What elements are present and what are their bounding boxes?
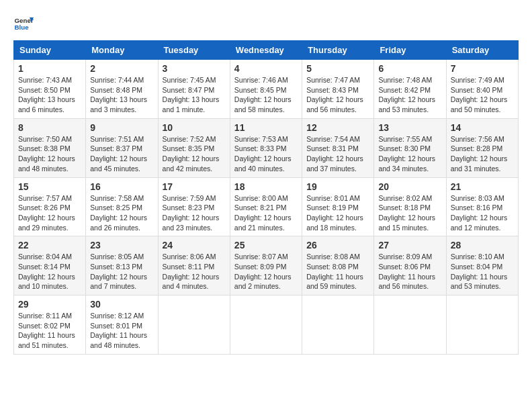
calendar-week-row: 8Sunrise: 7:50 AMSunset: 8:38 PMDaylight… xyxy=(14,118,519,177)
day-number: 4 xyxy=(234,63,298,74)
day-number: 29 xyxy=(18,299,81,310)
calendar-cell: 25Sunrise: 8:07 AMSunset: 8:09 PMDayligh… xyxy=(230,236,302,295)
day-number: 27 xyxy=(378,240,441,250)
day-info: Sunrise: 7:56 AMSunset: 8:28 PMDaylight:… xyxy=(451,134,514,174)
day-info: Sunrise: 7:44 AMSunset: 8:48 PMDaylight:… xyxy=(90,75,153,115)
day-info: Sunrise: 7:48 AMSunset: 8:42 PMDaylight:… xyxy=(378,75,441,115)
day-info: Sunrise: 8:11 AMSunset: 8:02 PMDaylight:… xyxy=(18,311,81,351)
day-info: Sunrise: 7:53 AMSunset: 8:33 PMDaylight:… xyxy=(234,134,298,174)
calendar-header-row: SundayMondayTuesdayWednesdayThursdayFrid… xyxy=(14,41,519,60)
day-number: 16 xyxy=(90,181,153,192)
day-number: 9 xyxy=(90,122,153,133)
calendar-cell: 21Sunrise: 8:03 AMSunset: 8:16 PMDayligh… xyxy=(446,177,518,236)
day-number: 22 xyxy=(18,240,81,250)
calendar-cell: 18Sunrise: 8:00 AMSunset: 8:21 PMDayligh… xyxy=(230,177,302,236)
calendar-cell xyxy=(302,295,374,355)
calendar-cell: 15Sunrise: 7:57 AMSunset: 8:26 PMDayligh… xyxy=(14,177,86,236)
calendar-cell: 12Sunrise: 7:54 AMSunset: 8:31 PMDayligh… xyxy=(302,118,374,177)
calendar-cell: 7Sunrise: 7:49 AMSunset: 8:40 PMDaylight… xyxy=(446,60,518,119)
day-number: 25 xyxy=(234,240,298,250)
calendar-week-row: 29Sunrise: 8:11 AMSunset: 8:02 PMDayligh… xyxy=(14,295,519,355)
calendar-cell: 17Sunrise: 7:59 AMSunset: 8:23 PMDayligh… xyxy=(158,177,230,236)
calendar-cell: 4Sunrise: 7:46 AMSunset: 8:45 PMDaylight… xyxy=(230,60,302,119)
day-number: 15 xyxy=(18,181,81,192)
day-info: Sunrise: 8:02 AMSunset: 8:18 PMDaylight:… xyxy=(378,193,441,233)
day-number: 7 xyxy=(451,63,514,74)
column-header-friday: Friday xyxy=(374,41,446,60)
calendar-cell: 8Sunrise: 7:50 AMSunset: 8:38 PMDaylight… xyxy=(14,118,86,177)
calendar-cell: 26Sunrise: 8:08 AMSunset: 8:08 PMDayligh… xyxy=(302,236,374,295)
calendar-cell: 2Sunrise: 7:44 AMSunset: 8:48 PMDaylight… xyxy=(86,60,158,119)
svg-text:Blue: Blue xyxy=(15,24,30,31)
calendar-cell: 22Sunrise: 8:04 AMSunset: 8:14 PMDayligh… xyxy=(14,236,86,295)
calendar-cell: 6Sunrise: 7:48 AMSunset: 8:42 PMDaylight… xyxy=(374,60,446,119)
day-info: Sunrise: 7:58 AMSunset: 8:25 PMDaylight:… xyxy=(90,193,153,233)
calendar-week-row: 1Sunrise: 7:43 AMSunset: 8:50 PMDaylight… xyxy=(14,60,519,119)
day-number: 14 xyxy=(451,122,514,133)
day-info: Sunrise: 7:55 AMSunset: 8:30 PMDaylight:… xyxy=(378,134,441,174)
column-header-tuesday: Tuesday xyxy=(158,41,230,60)
day-number: 8 xyxy=(18,122,81,133)
day-number: 13 xyxy=(378,122,441,133)
calendar-cell: 24Sunrise: 8:06 AMSunset: 8:11 PMDayligh… xyxy=(158,236,230,295)
calendar-cell: 9Sunrise: 7:51 AMSunset: 8:37 PMDaylight… xyxy=(86,118,158,177)
day-info: Sunrise: 8:12 AMSunset: 8:01 PMDaylight:… xyxy=(90,311,153,351)
day-info: Sunrise: 7:46 AMSunset: 8:45 PMDaylight:… xyxy=(234,75,298,115)
day-number: 17 xyxy=(163,181,226,192)
day-info: Sunrise: 8:10 AMSunset: 8:04 PMDaylight:… xyxy=(451,252,514,291)
day-info: Sunrise: 8:01 AMSunset: 8:19 PMDaylight:… xyxy=(306,193,369,233)
day-info: Sunrise: 8:04 AMSunset: 8:14 PMDaylight:… xyxy=(18,252,81,291)
day-info: Sunrise: 7:52 AMSunset: 8:35 PMDaylight:… xyxy=(163,134,226,174)
day-number: 30 xyxy=(90,299,153,310)
day-number: 19 xyxy=(306,181,369,192)
column-header-wednesday: Wednesday xyxy=(230,41,302,60)
day-number: 26 xyxy=(306,240,369,250)
day-info: Sunrise: 8:07 AMSunset: 8:09 PMDaylight:… xyxy=(234,252,298,291)
page-header: General Blue xyxy=(13,13,519,34)
calendar-cell: 30Sunrise: 8:12 AMSunset: 8:01 PMDayligh… xyxy=(86,295,158,355)
calendar-cell: 20Sunrise: 8:02 AMSunset: 8:18 PMDayligh… xyxy=(374,177,446,236)
column-header-saturday: Saturday xyxy=(446,41,518,60)
day-number: 21 xyxy=(451,181,514,192)
calendar-cell: 28Sunrise: 8:10 AMSunset: 8:04 PMDayligh… xyxy=(446,236,518,295)
calendar-cell: 19Sunrise: 8:01 AMSunset: 8:19 PMDayligh… xyxy=(302,177,374,236)
calendar-cell: 10Sunrise: 7:52 AMSunset: 8:35 PMDayligh… xyxy=(158,118,230,177)
day-info: Sunrise: 8:00 AMSunset: 8:21 PMDaylight:… xyxy=(234,193,298,233)
day-number: 11 xyxy=(234,122,298,133)
day-info: Sunrise: 8:09 AMSunset: 8:06 PMDaylight:… xyxy=(378,252,441,291)
day-info: Sunrise: 8:08 AMSunset: 8:08 PMDaylight:… xyxy=(306,252,369,291)
day-number: 3 xyxy=(163,63,226,74)
calendar-week-row: 22Sunrise: 8:04 AMSunset: 8:14 PMDayligh… xyxy=(14,236,519,295)
day-info: Sunrise: 8:05 AMSunset: 8:13 PMDaylight:… xyxy=(90,252,153,291)
day-number: 1 xyxy=(18,63,81,74)
day-info: Sunrise: 7:47 AMSunset: 8:43 PMDaylight:… xyxy=(306,75,369,115)
calendar-cell: 16Sunrise: 7:58 AMSunset: 8:25 PMDayligh… xyxy=(86,177,158,236)
day-info: Sunrise: 7:50 AMSunset: 8:38 PMDaylight:… xyxy=(18,134,81,174)
calendar-cell xyxy=(446,295,518,355)
calendar-cell: 11Sunrise: 7:53 AMSunset: 8:33 PMDayligh… xyxy=(230,118,302,177)
column-header-sunday: Sunday xyxy=(14,41,86,60)
logo-icon: General Blue xyxy=(13,13,34,34)
calendar-cell: 3Sunrise: 7:45 AMSunset: 8:47 PMDaylight… xyxy=(158,60,230,119)
calendar-cell xyxy=(230,295,302,355)
calendar-cell: 13Sunrise: 7:55 AMSunset: 8:30 PMDayligh… xyxy=(374,118,446,177)
day-info: Sunrise: 7:59 AMSunset: 8:23 PMDaylight:… xyxy=(163,193,226,233)
column-header-thursday: Thursday xyxy=(302,41,374,60)
day-number: 12 xyxy=(306,122,369,133)
day-info: Sunrise: 7:54 AMSunset: 8:31 PMDaylight:… xyxy=(306,134,369,174)
day-info: Sunrise: 7:51 AMSunset: 8:37 PMDaylight:… xyxy=(90,134,153,174)
day-info: Sunrise: 7:57 AMSunset: 8:26 PMDaylight:… xyxy=(18,193,81,233)
calendar-cell: 29Sunrise: 8:11 AMSunset: 8:02 PMDayligh… xyxy=(14,295,86,355)
day-number: 23 xyxy=(90,240,153,250)
day-number: 28 xyxy=(451,240,514,250)
day-number: 18 xyxy=(234,181,298,192)
day-number: 24 xyxy=(163,240,226,250)
day-info: Sunrise: 8:03 AMSunset: 8:16 PMDaylight:… xyxy=(451,193,514,233)
day-number: 6 xyxy=(378,63,441,74)
calendar-cell xyxy=(158,295,230,355)
calendar-cell: 5Sunrise: 7:47 AMSunset: 8:43 PMDaylight… xyxy=(302,60,374,119)
calendar-week-row: 15Sunrise: 7:57 AMSunset: 8:26 PMDayligh… xyxy=(14,177,519,236)
calendar-cell: 1Sunrise: 7:43 AMSunset: 8:50 PMDaylight… xyxy=(14,60,86,119)
calendar-cell: 14Sunrise: 7:56 AMSunset: 8:28 PMDayligh… xyxy=(446,118,518,177)
day-info: Sunrise: 7:45 AMSunset: 8:47 PMDaylight:… xyxy=(163,75,226,115)
